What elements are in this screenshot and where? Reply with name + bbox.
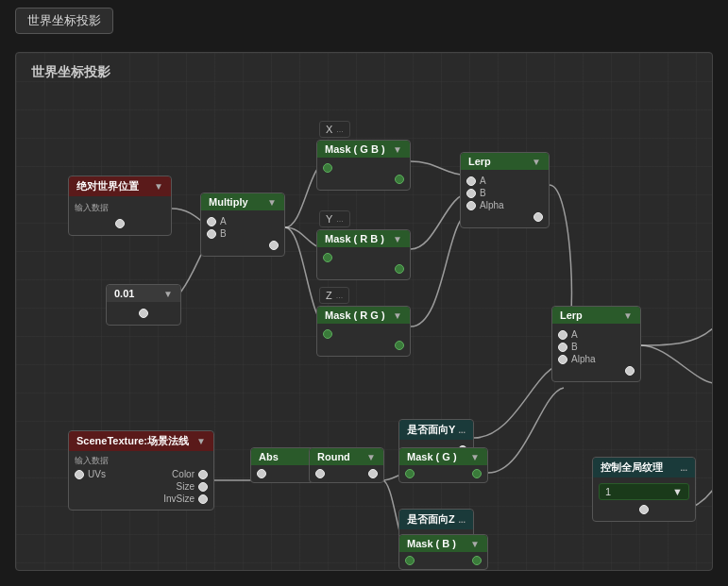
label-y: Y ... [319,210,350,227]
node-absolute-world-header: 绝对世界位置 ▼ [69,176,171,196]
node-value-001-output [112,306,175,321]
node-scene-texture-uvs: UVs Color [75,469,208,479]
node-mask-b-header: Mask ( B ) ▼ [399,535,487,552]
node-lerp1-output [466,212,543,222]
node-multiply-pin-b: B [207,228,279,239]
title-bar: 世界坐标投影 [15,8,113,34]
node-multiply-output [207,241,279,250]
node-round-header: Round ▼ [310,448,383,465]
node-mask-rb[interactable]: Mask ( R B ) ▼ [316,229,411,280]
node-round[interactable]: Round ▼ [309,447,384,483]
node-mask-rg[interactable]: Mask ( R G ) ▼ [316,306,411,357]
node-scene-texture-header: SceneTexture:场景法线 ▼ [69,431,213,451]
node-lerp1-pin-alpha: Alpha [466,200,543,210]
label-x: X ... [319,121,350,138]
node-lerp2[interactable]: Lerp ▼ A B Alpha [551,306,641,382]
node-mask-gb-header: Mask ( G B ) ▼ [317,141,410,158]
node-lerp1-pin-a: A [466,176,543,186]
node-mask-rb-output [323,264,404,274]
node-mask-gb-output [323,175,404,184]
node-mask-rg-output [323,341,404,350]
node-multiply-header: Multiply ▼ [201,193,284,210]
node-control-texture-header: 控制全局纹理 ... [593,458,695,477]
node-lerp1-pin-b: B [466,188,543,198]
node-lerp1-header: Lerp ▼ [461,153,549,170]
node-mask-gb-input [323,163,404,173]
title-bar-label: 世界坐标投影 [27,13,101,27]
node-lerp2-pin-b: B [558,342,635,352]
node-lerp2-pin-a: A [558,329,635,340]
node-mask-rg-input [323,329,404,339]
node-lerp2-output [558,366,635,376]
node-lerp1[interactable]: Lerp ▼ A B Alpha [460,152,550,228]
node-control-texture-output [599,502,689,517]
node-scene-texture[interactable]: SceneTexture:场景法线 ▼ 输入数据 UVs Color Size … [68,430,214,511]
node-mask-rg-header: Mask ( R G ) ▼ [317,307,410,324]
node-lerp2-header: Lerp ▼ [552,307,640,324]
node-facing-y-header: 是否面向Y ... [399,420,473,440]
node-mask-rb-header: Mask ( R B ) ▼ [317,230,410,247]
node-mask-b[interactable]: Mask ( B ) ▼ [398,534,488,570]
node-absolute-world[interactable]: 绝对世界位置 ▼ 输入数据 [68,176,172,236]
label-z: Z ... [319,287,349,304]
node-scene-texture-invsize: InvSize [75,494,208,504]
node-facing-z-header: 是否面向Z ... [399,510,473,529]
node-value-001[interactable]: 0.01 ▼ [106,284,181,326]
node-mask-rb-input [323,253,404,262]
node-mask-g-header: Mask ( G ) ▼ [399,448,487,465]
node-scene-texture-size: Size [75,481,208,492]
canvas-area[interactable]: 世界坐标投影 [15,52,713,571]
node-multiply[interactable]: Multiply ▼ A B [200,193,285,257]
node-mask-gb[interactable]: Mask ( G B ) ▼ [316,140,411,191]
node-control-value-inner[interactable]: 1 ▼ [599,483,689,500]
node-control-texture[interactable]: 控制全局纹理 ... 1 ▼ [592,457,696,522]
node-multiply-pin-a: A [207,216,279,226]
node-scene-texture-sublabel: 输入数据 [75,455,208,467]
node-mask-g[interactable]: Mask ( G ) ▼ [398,447,488,483]
node-absolute-world-output [75,216,165,231]
node-lerp2-pin-alpha: Alpha [558,354,635,364]
canvas-title: 世界坐标投影 [31,64,110,81]
node-absolute-world-sublabel: 输入数据 [75,202,165,214]
node-value-001-header: 0.01 ▼ [107,285,180,302]
